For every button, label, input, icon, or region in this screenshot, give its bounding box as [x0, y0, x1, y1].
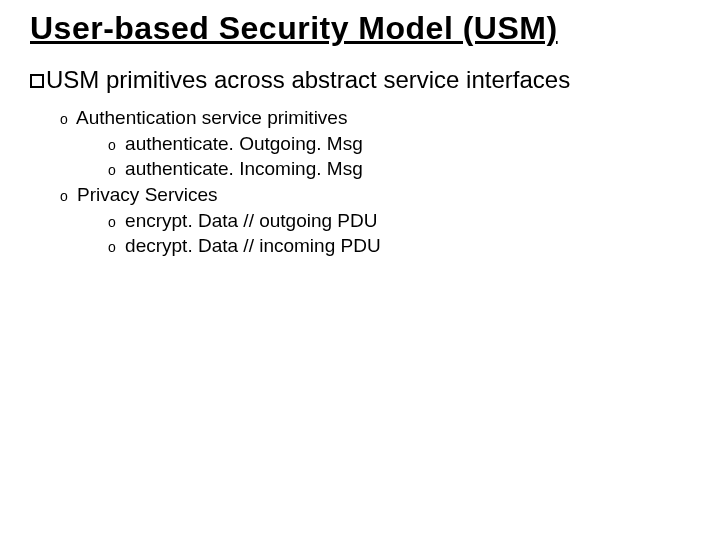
- item-text: decrypt. Data // incoming PDU: [125, 235, 381, 256]
- circle-bullet-icon: o: [108, 239, 116, 255]
- section-heading: Privacy Services: [77, 184, 217, 205]
- circle-bullet-icon: o: [108, 137, 116, 153]
- slide: User-based Security Model (USM) USM prim…: [0, 0, 720, 540]
- item-text: authenticate. Incoming. Msg: [125, 158, 363, 179]
- list-item: o authenticate. Incoming. Msg: [108, 156, 690, 182]
- circle-bullet-icon: o: [60, 188, 68, 204]
- section-heading: Authentication service primitives: [76, 107, 347, 128]
- page-title: User-based Security Model (USM): [30, 10, 690, 47]
- item-text: authenticate. Outgoing. Msg: [125, 133, 363, 154]
- lead-rest: primitives across abstract service inter…: [99, 66, 570, 93]
- circle-bullet-icon: o: [60, 111, 68, 127]
- lead-prefix: USM: [46, 66, 99, 93]
- list-item: o encrypt. Data // outgoing PDU: [108, 208, 690, 234]
- lead-line: USM primitives across abstract service i…: [30, 65, 690, 95]
- item-text: encrypt. Data // outgoing PDU: [125, 210, 377, 231]
- body-block: o Authentication service primitives o au…: [60, 105, 690, 259]
- circle-bullet-icon: o: [108, 214, 116, 230]
- list-item: o authenticate. Outgoing. Msg: [108, 131, 690, 157]
- list-item: o decrypt. Data // incoming PDU: [108, 233, 690, 259]
- list-item: o Privacy Services: [60, 182, 690, 208]
- circle-bullet-icon: o: [108, 162, 116, 178]
- list-item: o Authentication service primitives: [60, 105, 690, 131]
- square-bullet-icon: [30, 74, 44, 88]
